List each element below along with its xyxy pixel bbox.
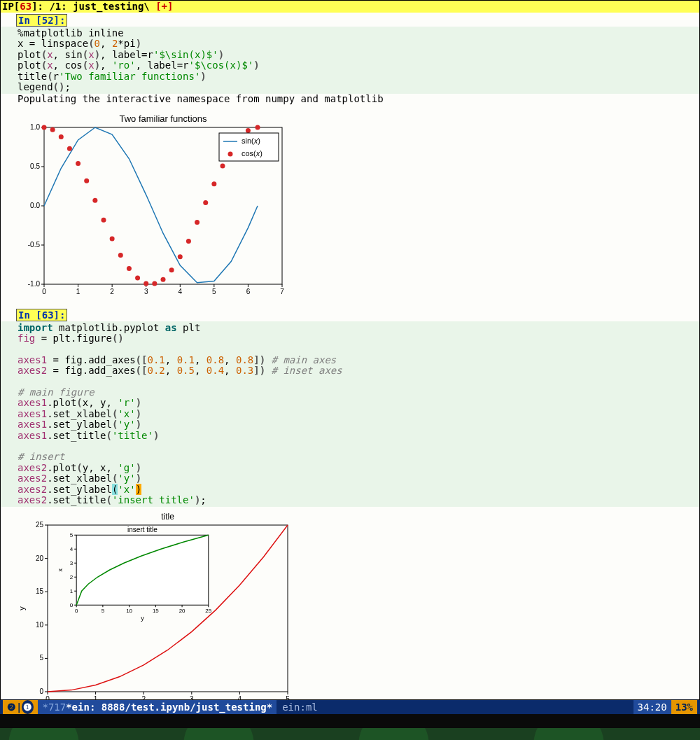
- svg-text:6: 6: [246, 288, 251, 295]
- svg-text:20: 20: [36, 554, 44, 562]
- svg-text:7: 7: [280, 288, 284, 295]
- svg-text:5: 5: [39, 655, 43, 662]
- status-mode: ein:ml: [276, 700, 323, 714]
- svg-point-30: [59, 134, 64, 139]
- svg-text:5: 5: [70, 533, 74, 539]
- svg-point-33: [84, 178, 89, 183]
- svg-text:sin(x): sin(x): [241, 137, 260, 145]
- title-bar: IP[63]: /1: just_testing\ [+]: [1, 1, 699, 13]
- svg-text:10: 10: [36, 621, 44, 629]
- svg-point-36: [110, 236, 115, 241]
- cell-prompt: In [52]:: [16, 14, 67, 27]
- svg-text:y: y: [141, 615, 144, 622]
- svg-point-34: [92, 197, 97, 202]
- svg-point-35: [102, 217, 106, 222]
- svg-point-29: [50, 127, 55, 132]
- code-input[interactable]: %matplotlib inline x = linspace(0, 2*pi)…: [1, 27, 699, 94]
- status-buffer-name: * 717 *ein: 8888/test.ipynb/just_testing…: [38, 700, 276, 714]
- svg-text:5: 5: [212, 288, 216, 295]
- status-cursor-pos: 34:20: [634, 700, 671, 714]
- title-modified-icon: [+]: [155, 1, 173, 12]
- text-cursor: ): [136, 484, 141, 495]
- svg-text:25: 25: [36, 521, 44, 529]
- svg-point-57: [228, 151, 233, 156]
- cell-52[interactable]: In [52]: %matplotlib inline x = linspace…: [1, 13, 699, 302]
- svg-point-42: [161, 277, 166, 282]
- svg-text:4: 4: [70, 547, 74, 553]
- svg-text:3: 3: [70, 561, 74, 567]
- svg-text:5: 5: [102, 608, 105, 615]
- svg-text:Two familiar functions: Two familiar functions: [120, 113, 207, 124]
- svg-point-39: [135, 275, 140, 280]
- svg-point-31: [67, 146, 72, 151]
- svg-point-48: [211, 181, 216, 186]
- svg-text:2: 2: [110, 288, 114, 295]
- svg-point-49: [220, 163, 225, 168]
- svg-text:15: 15: [36, 588, 44, 596]
- title-name: just_testing\: [73, 1, 155, 12]
- code-input[interactable]: import matplotlib.pyplot as plt fig = pl…: [1, 321, 699, 508]
- svg-text:0: 0: [70, 603, 74, 609]
- cell-stdout: Populating the interactive namespace fro…: [1, 94, 699, 107]
- svg-point-52: [246, 128, 251, 133]
- svg-text:1.0: 1.0: [30, 123, 40, 131]
- svg-point-44: [178, 254, 183, 259]
- svg-text:0: 0: [42, 288, 46, 295]
- svg-text:0.0: 0.0: [30, 202, 40, 209]
- minibuffer[interactable]: [0, 714, 700, 728]
- svg-text:cos(x): cos(x): [241, 149, 262, 158]
- svg-point-38: [127, 266, 132, 271]
- svg-point-53: [255, 125, 260, 130]
- svg-point-45: [186, 239, 191, 244]
- svg-text:15: 15: [153, 608, 159, 615]
- title-counter: 63: [20, 1, 31, 12]
- svg-text:10: 10: [126, 608, 132, 615]
- svg-text:y: y: [18, 606, 26, 610]
- svg-rect-87: [76, 536, 209, 606]
- svg-text:-1.0: -1.0: [28, 280, 41, 288]
- svg-text:4: 4: [178, 288, 183, 295]
- svg-text:3: 3: [144, 288, 148, 295]
- svg-point-46: [195, 220, 200, 225]
- svg-point-47: [203, 200, 208, 205]
- svg-point-43: [169, 267, 174, 272]
- chart-two-familiar-functions: 01234567-1.0-0.50.00.51.0Two familiar fu…: [16, 112, 289, 300]
- svg-point-32: [76, 161, 80, 166]
- svg-text:1: 1: [70, 589, 74, 595]
- status-scroll-percent: 13%: [671, 700, 697, 714]
- plot-output-1: 01234567-1.0-0.50.00.51.0Two familiar fu…: [16, 112, 699, 302]
- svg-point-40: [144, 281, 148, 286]
- svg-text:25: 25: [205, 608, 211, 615]
- cell-prompt: In [63]:: [16, 309, 67, 321]
- svg-point-28: [42, 125, 47, 130]
- svg-text:20: 20: [179, 608, 186, 615]
- plot-output-2: 0123450510152025titlexy0510152025012345i…: [16, 511, 699, 716]
- status-workspace-icon: ❷|❶: [3, 700, 38, 714]
- title-prefix: IP[: [2, 1, 20, 12]
- svg-text:0.5: 0.5: [30, 162, 40, 170]
- svg-text:2: 2: [70, 575, 74, 581]
- svg-text:title: title: [161, 512, 174, 522]
- status-bar: ❷|❶ * 717 *ein: 8888/test.ipynb/just_tes…: [0, 700, 700, 714]
- svg-text:insert title: insert title: [127, 526, 158, 534]
- svg-text:1: 1: [76, 288, 80, 295]
- svg-point-37: [118, 253, 123, 258]
- cell-63[interactable]: In [63]: import matplotlib.pyplot as plt…: [1, 307, 699, 717]
- svg-text:0: 0: [39, 687, 43, 695]
- editor-window[interactable]: IP[63]: /1: just_testing\ [+] In [52]: %…: [0, 0, 700, 700]
- svg-point-41: [152, 281, 157, 286]
- chart-title-inset: 0123450510152025titlexy0510152025012345i…: [16, 511, 296, 714]
- svg-text:x: x: [57, 568, 64, 572]
- title-mid: ]: /1:: [31, 1, 73, 12]
- svg-text:0: 0: [75, 608, 78, 615]
- svg-text:-0.5: -0.5: [28, 241, 41, 249]
